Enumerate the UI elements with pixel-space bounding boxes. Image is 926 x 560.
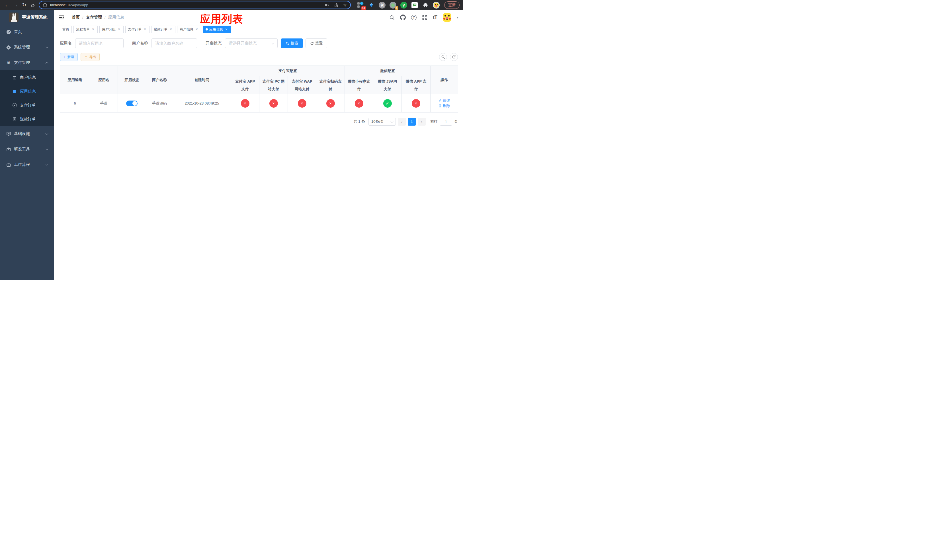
puzzle-extensions-icon[interactable] bbox=[422, 2, 429, 9]
breadcrumb-payment[interactable]: 支付管理 bbox=[86, 15, 102, 20]
tab-home[interactable]: 首页 bbox=[60, 26, 72, 33]
refresh-table-button[interactable] bbox=[450, 53, 458, 61]
next-page-button[interactable]: › bbox=[418, 118, 426, 126]
tags-view-bar: 首页 流程表单× 用户分组× 支付订单× 退款订单× 商户信息× 应用信息× bbox=[54, 25, 463, 34]
sidebar-item-payment[interactable]: ¥ 支付管理 bbox=[0, 55, 54, 70]
sidebar-item-merchant-info[interactable]: 商户信息 bbox=[0, 70, 54, 84]
browser-back-icon[interactable]: ← bbox=[3, 0, 11, 10]
sidebar-item-label: 系统管理 bbox=[14, 45, 46, 50]
status-select-placeholder: 请选择开启状态 bbox=[228, 41, 257, 46]
cell-create-time: 2021-10-23 08:49:25 bbox=[173, 94, 231, 112]
page: ← → ↻ localhost:1024/pay/app ☆ 10 bbox=[0, 0, 463, 280]
sidebar-item-workflow[interactable]: 工作流程 bbox=[0, 157, 54, 173]
tab-close-icon[interactable]: × bbox=[195, 27, 199, 31]
status-select[interactable]: 请选择开启状态 bbox=[225, 38, 278, 48]
table-row: 6 芋道 芋道源码 2021-10-23 08:49:25 × × × × × … bbox=[60, 94, 458, 112]
chevron-down-icon bbox=[391, 120, 393, 123]
goto-page-input[interactable] bbox=[440, 118, 452, 126]
sidebar-item-home[interactable]: 首页 bbox=[0, 24, 54, 39]
extension-badge: 10 bbox=[362, 6, 366, 10]
status-label: 开启状态 bbox=[206, 41, 221, 46]
delete-link[interactable]: 删除 bbox=[438, 103, 450, 109]
page-1-button[interactable]: 1 bbox=[408, 118, 416, 126]
password-key-icon[interactable] bbox=[325, 3, 330, 8]
share-icon[interactable] bbox=[334, 3, 339, 8]
export-button[interactable]: 导出 bbox=[80, 53, 100, 61]
tab-merchant-info[interactable]: 商户信息× bbox=[177, 26, 201, 33]
prev-page-button[interactable]: ‹ bbox=[398, 118, 406, 126]
app-name-input[interactable] bbox=[75, 38, 124, 48]
cell-actions: 修改 删除 bbox=[431, 94, 458, 112]
sidebar-item-dev-tools[interactable]: 研发工具 bbox=[0, 142, 54, 157]
tab-process-form[interactable]: 流程表单× bbox=[73, 26, 98, 33]
col-alipay-app: 支付宝 APP 支付 bbox=[231, 76, 259, 94]
font-size-icon[interactable]: tT bbox=[433, 15, 437, 20]
github-icon[interactable] bbox=[400, 15, 406, 20]
annotation-title: 应用列表 bbox=[200, 12, 243, 26]
sidebar-item-system[interactable]: 系统管理 bbox=[0, 39, 54, 55]
chrome-update-button[interactable]: 更新 bbox=[444, 2, 460, 9]
browser-reload-icon[interactable]: ↻ bbox=[20, 0, 29, 10]
col-actions: 操作 bbox=[431, 66, 458, 94]
payment-submenu: 商户信息 应用信息 ¥ 支付订单 退款订单 bbox=[0, 70, 54, 126]
user-avatar[interactable] bbox=[443, 13, 451, 22]
reset-button[interactable]: 重置 bbox=[306, 38, 327, 48]
sidebar-item-refund-order[interactable]: 退款订单 bbox=[0, 112, 54, 126]
sidebar-item-label: 工作流程 bbox=[14, 162, 46, 167]
yuque-extension-icon[interactable]: y bbox=[400, 2, 407, 9]
help-icon[interactable]: ? bbox=[411, 15, 416, 20]
search-icon[interactable] bbox=[389, 15, 395, 20]
logo-rabbit-image bbox=[9, 12, 18, 22]
chat-extension-icon[interactable] bbox=[411, 2, 418, 9]
sidebar-collapse-icon[interactable] bbox=[59, 15, 64, 20]
tab-app-info[interactable]: 应用信息× bbox=[203, 26, 231, 33]
add-button[interactable]: + 新增 bbox=[60, 53, 78, 61]
address-bar[interactable]: localhost:1024/pay/app ☆ bbox=[39, 1, 351, 9]
tab-close-icon[interactable]: × bbox=[143, 27, 147, 31]
browser-home-icon[interactable] bbox=[29, 0, 37, 10]
cell-merchant-name: 芋道源码 bbox=[146, 94, 173, 112]
search-button[interactable]: 搜索 bbox=[281, 38, 303, 48]
col-app-name: 应用名 bbox=[90, 66, 118, 94]
sidebar-item-app-info[interactable]: 应用信息 bbox=[0, 84, 54, 98]
extension-badge: 1 bbox=[395, 6, 398, 10]
sidebar-item-infrastructure[interactable]: 基础设施 bbox=[0, 126, 54, 142]
browser-forward-icon[interactable]: → bbox=[11, 0, 20, 10]
avatar-caret-icon[interactable]: ▾ bbox=[457, 15, 458, 20]
merchant-name-input[interactable] bbox=[151, 38, 197, 48]
monitor-chart-icon bbox=[6, 132, 11, 136]
tab-pay-order[interactable]: 支付订单× bbox=[125, 26, 150, 33]
chevron-down-icon bbox=[45, 132, 48, 135]
col-alipay-qr: 支付宝扫码支付 bbox=[316, 76, 345, 94]
page-content: 应用名 商户名称 开启状态 请选择开启状态 搜索 重置 bbox=[54, 34, 463, 126]
edit-link[interactable]: 修改 bbox=[438, 98, 450, 103]
col-alipay-wap: 支付宝 WAP 网站支付 bbox=[288, 76, 316, 94]
tab-close-icon[interactable]: × bbox=[117, 27, 121, 31]
recorder-extension-icon[interactable]: 1 bbox=[390, 2, 396, 9]
profile-emoji-icon[interactable] bbox=[433, 2, 440, 9]
tab-refund-order[interactable]: 退款订单× bbox=[151, 26, 176, 33]
grid-extension-icon[interactable]: 10 bbox=[357, 2, 364, 9]
briefcase-icon bbox=[6, 162, 11, 167]
tab-user-group[interactable]: 用户分组× bbox=[99, 26, 124, 33]
bookmark-star-icon[interactable]: ☆ bbox=[343, 3, 347, 8]
fullscreen-icon[interactable] bbox=[422, 15, 427, 20]
gem-extension-icon[interactable] bbox=[368, 2, 375, 9]
command-extension-icon[interactable]: ⌘ bbox=[379, 2, 386, 9]
enabled-toggle[interactable] bbox=[126, 101, 138, 106]
sidebar-item-label: 研发工具 bbox=[14, 147, 46, 152]
page-size-select[interactable]: 10条/页 bbox=[368, 118, 396, 126]
tab-close-icon[interactable]: × bbox=[91, 27, 95, 31]
alipay-app-status-icon: × bbox=[241, 99, 250, 107]
chrome-menu-icon[interactable]: ⋮ bbox=[462, 2, 463, 8]
extensions-area: 10 ⌘ 1 y bbox=[357, 2, 440, 9]
sidebar-item-pay-order[interactable]: ¥ 支付订单 bbox=[0, 98, 54, 112]
breadcrumb-home[interactable]: 首页 bbox=[72, 15, 80, 20]
tab-close-icon[interactable]: × bbox=[224, 27, 228, 31]
sidebar-item-label: 支付管理 bbox=[14, 60, 46, 65]
site-info-icon[interactable] bbox=[43, 3, 47, 8]
toggle-search-button[interactable] bbox=[439, 53, 447, 61]
alipay-qr-status-icon: × bbox=[326, 99, 335, 107]
cell-app-id: 6 bbox=[60, 94, 90, 112]
tab-close-icon[interactable]: × bbox=[169, 27, 173, 31]
